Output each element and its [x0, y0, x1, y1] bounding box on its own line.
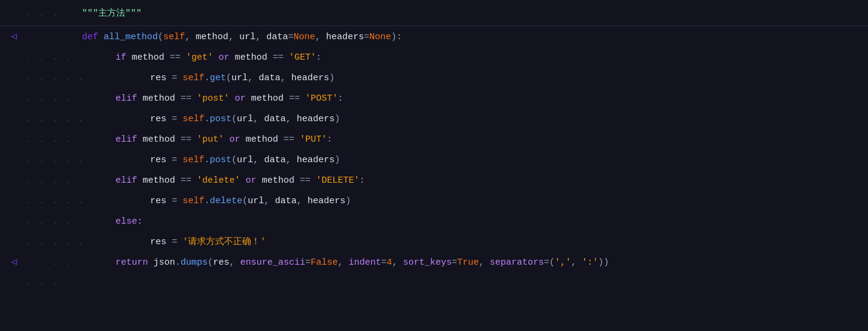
token-operator: ==	[175, 133, 197, 147]
code-line: . . . """主方法"""	[0, 4, 868, 24]
token-var: headers	[307, 194, 345, 209]
token-string-double: """	[60, 7, 98, 21]
code-line: ◁ def all_method(self, method, url, data…	[0, 27, 868, 48]
token-operator: =	[452, 256, 457, 270]
token-self-kw: self	[183, 194, 204, 209]
token-kw-true: True	[457, 256, 479, 270]
token-var: method	[143, 133, 175, 147]
token-var: method	[143, 174, 175, 188]
token-kw-false: False	[311, 256, 338, 270]
indent-dots: . . . .	[24, 216, 72, 229]
token-operator: ==	[164, 51, 186, 65]
token-punctuation: ,	[479, 256, 490, 270]
token-var: res	[150, 235, 166, 250]
line-gutter: ◁	[0, 255, 24, 271]
token-punctuation: ):	[391, 30, 402, 45]
token-punctuation: (	[242, 194, 248, 209]
token-kw-none: None	[293, 30, 315, 45]
token-punctuation: ,	[229, 256, 240, 270]
code-tokens: res = self.delete(url, data, headers)	[85, 194, 351, 209]
token-string-single: 'POST'	[305, 92, 338, 106]
code-tokens: def all_method(self, method, url, data=N…	[60, 30, 402, 45]
token-plain	[72, 256, 116, 270]
token-punctuation: ,	[253, 153, 264, 168]
token-kw-if: elif	[116, 92, 137, 106]
token-method: post	[210, 112, 231, 127]
token-plain	[85, 71, 150, 86]
token-plain	[137, 174, 143, 188]
code-line: . . . . elif method == 'post' or method …	[0, 89, 868, 109]
token-punctuation: (	[231, 112, 237, 127]
token-punctuation: =(	[544, 256, 555, 270]
token-self-kw: self	[183, 112, 204, 127]
token-operator: ==	[284, 92, 305, 106]
token-method: post	[210, 153, 231, 168]
token-plain	[148, 256, 154, 270]
token-kw-or: or	[246, 174, 257, 188]
indent-dots: . . . .	[24, 52, 72, 65]
code-tokens: """主方法"""	[60, 7, 142, 21]
token-operator: =	[166, 71, 183, 86]
token-var: method	[246, 133, 278, 147]
token-punctuation: ,	[280, 71, 291, 86]
token-string-single: ','	[555, 256, 571, 270]
token-plain	[229, 92, 235, 106]
token-self-kw: self	[183, 153, 204, 168]
token-operator: =	[166, 153, 183, 168]
token-param: headers	[326, 30, 364, 45]
token-string-single: ':'	[582, 256, 598, 270]
token-self-kw: self	[183, 71, 204, 86]
code-tokens: res = '请求方式不正确！'	[85, 235, 266, 250]
token-operator: =	[364, 30, 369, 45]
token-punctuation: .	[204, 153, 210, 168]
token-var: res	[213, 256, 229, 270]
token-kwarg: separators	[490, 256, 544, 270]
token-punctuation: )	[334, 112, 340, 127]
token-plain	[85, 112, 150, 127]
token-plain	[85, 153, 150, 168]
code-tokens: elif method == 'put' or method == 'PUT':	[72, 133, 333, 147]
token-var: res	[150, 153, 166, 168]
token-punctuation: ,	[338, 256, 349, 270]
token-plain	[72, 215, 116, 229]
code-tokens: res = self.get(url, data, headers)	[85, 71, 334, 86]
token-kwarg: indent	[349, 256, 381, 270]
token-plain	[257, 174, 262, 188]
token-kw-or: or	[229, 133, 240, 147]
token-fn-name: all_method	[104, 30, 158, 45]
code-tokens: if method == 'get' or method == 'GET':	[72, 51, 322, 65]
token-operator: ==	[267, 51, 289, 65]
token-var: res	[150, 71, 166, 86]
token-operator: ==	[175, 174, 197, 188]
token-punctuation: :	[137, 215, 143, 229]
token-operator: =	[381, 256, 387, 270]
token-var: res	[150, 112, 166, 127]
indent-dots: . . . . .	[24, 72, 85, 85]
token-kw-def: def	[82, 30, 98, 45]
token-plain	[72, 174, 116, 188]
token-var: data	[275, 194, 296, 209]
token-kw-or: or	[219, 51, 229, 65]
breakpoint-indicator: ◁	[11, 255, 17, 271]
token-punctuation: .	[204, 71, 210, 86]
code-tokens: elif method == 'post' or method == 'POST…	[72, 92, 343, 106]
token-param: data	[266, 30, 288, 45]
token-operator: =	[305, 256, 311, 270]
token-punctuation: (	[231, 153, 237, 168]
code-tokens: res = self.post(url, data, headers)	[85, 112, 340, 127]
token-plain	[137, 92, 143, 106]
token-var: url	[231, 71, 248, 86]
token-punctuation: .	[204, 194, 210, 209]
token-plain	[85, 194, 150, 209]
token-method: get	[210, 71, 226, 86]
token-kw-or: or	[235, 92, 246, 106]
token-var: method	[235, 51, 267, 65]
token-var: headers	[291, 71, 329, 86]
token-punctuation: (	[158, 30, 163, 45]
indent-dots: . . . . .	[24, 236, 85, 249]
token-punctuation: ,	[228, 30, 239, 45]
token-punctuation: (	[226, 71, 231, 86]
token-string-double: """	[125, 7, 142, 21]
token-punctuation: :	[327, 133, 333, 147]
indent-dots: . . . . .	[24, 113, 85, 126]
